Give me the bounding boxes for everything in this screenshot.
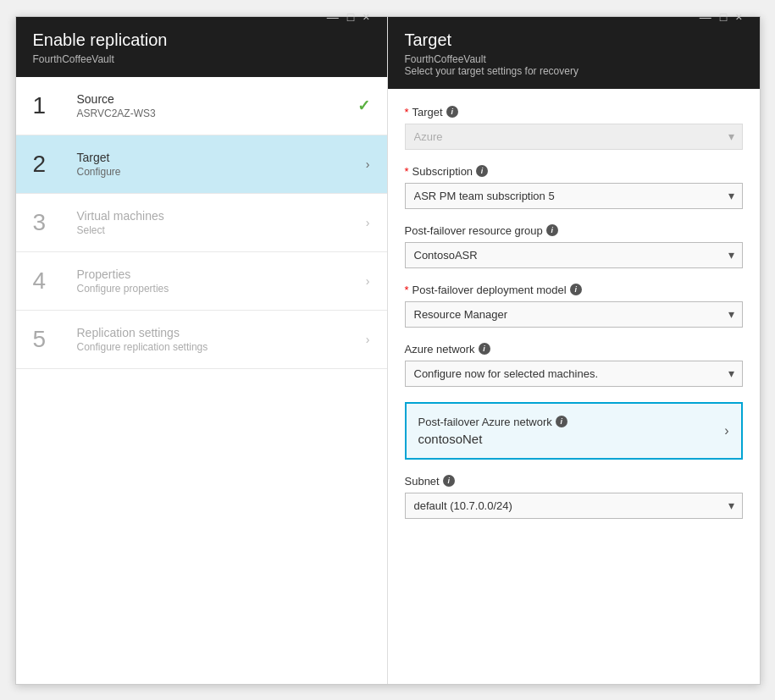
resource-group-select[interactable]: ContosoASR (405, 242, 743, 268)
left-panel: — □ × Enable replication FourthCoffeeVau… (16, 17, 388, 684)
left-close-button[interactable]: × (363, 10, 369, 24)
step-target-subtitle: Configure (77, 166, 366, 178)
step-replication-title: Replication settings (77, 326, 366, 339)
left-panel-title: Enable replication (33, 30, 370, 50)
step-properties[interactable]: 4 Properties Configure properties › (16, 252, 387, 311)
resource-group-select-wrapper: ContosoASR (405, 242, 743, 268)
step-vms[interactable]: 3 Virtual machines Select › (16, 194, 387, 252)
step-vms-arrow: › (366, 216, 370, 229)
target-select[interactable]: Azure (405, 124, 743, 150)
deployment-model-group: * Post-failover deployment model i Resou… (405, 284, 743, 328)
right-close-button[interactable]: × (735, 10, 742, 24)
post-failover-network-group: Post-failover Azure network i contosoNet… (405, 402, 743, 460)
right-panel-title: Target (405, 30, 743, 50)
step-target-arrow: › (366, 157, 370, 171)
step-properties-title: Properties (77, 267, 366, 281)
right-panel-controls: — □ × (700, 10, 743, 24)
deployment-model-label-text: Post-failover deployment model (412, 284, 567, 296)
right-maximize-button[interactable]: □ (720, 10, 727, 24)
right-panel: — □ × Target FourthCoffeeVault Select yo… (388, 17, 760, 684)
panels-container: — □ × Enable replication FourthCoffeeVau… (15, 16, 761, 685)
left-minimize-button[interactable]: — (327, 10, 339, 24)
azure-network-select-wrapper: Configure now for selected machines. (405, 361, 743, 387)
step-vms-subtitle: Select (77, 224, 366, 236)
post-failover-network-value: contosoNet (418, 432, 567, 446)
step-source[interactable]: 1 Source ASRVC2AZ-WS3 ✓ (16, 77, 387, 135)
step-replication-subtitle: Configure replication settings (77, 341, 366, 353)
step-vms-title: Virtual machines (77, 209, 366, 223)
deployment-model-select-wrapper: Resource Manager (405, 301, 743, 328)
step-target-title: Target (77, 151, 366, 164)
post-failover-network-info-icon[interactable]: i (556, 416, 567, 427)
left-panel-controls: — □ × (327, 10, 370, 24)
step-replication-arrow: › (366, 333, 370, 346)
step-properties-arrow: › (366, 274, 370, 288)
deployment-model-select[interactable]: Resource Manager (405, 301, 743, 328)
subnet-info-icon[interactable]: i (443, 475, 455, 487)
deployment-model-label: * Post-failover deployment model i (405, 284, 743, 296)
step-target-number: 2 (33, 152, 64, 176)
subnet-select[interactable]: default (10.7.0.0/24) (405, 493, 743, 519)
step-source-title: Source (77, 92, 357, 106)
step-replication[interactable]: 5 Replication settings Configure replica… (16, 311, 387, 369)
right-panel-subtitle: FourthCoffeeVault (405, 53, 743, 65)
step-source-number: 1 (33, 94, 64, 118)
subscription-label-text: Subscription (412, 165, 473, 178)
subscription-group: * Subscription i ASR PM team subscriptio… (405, 165, 743, 209)
azure-network-label: Azure network i (405, 343, 743, 356)
subscription-required-star: * (405, 165, 409, 178)
subnet-group: Subnet i default (10.7.0.0/24) (405, 475, 743, 519)
left-maximize-button[interactable]: □ (347, 10, 354, 24)
step-properties-number: 4 (33, 269, 64, 293)
left-panel-header: — □ × Enable replication FourthCoffeeVau… (16, 17, 387, 77)
left-panel-content: 1 Source ASRVC2AZ-WS3 ✓ 2 Target Configu… (16, 77, 387, 684)
step-source-checkmark: ✓ (357, 96, 370, 115)
step-target[interactable]: 2 Target Configure › (16, 135, 387, 194)
post-failover-network-label: Post-failover Azure network i (418, 416, 567, 428)
resource-group-info-icon[interactable]: i (546, 224, 558, 236)
subnet-label-text: Subnet (405, 475, 440, 488)
azure-network-info-icon[interactable]: i (479, 343, 490, 355)
azure-network-group: Azure network i Configure now for select… (405, 343, 743, 387)
target-info-icon[interactable]: i (446, 106, 458, 118)
azure-network-select[interactable]: Configure now for selected machines. (405, 361, 743, 387)
resource-group-group: Post-failover resource group i ContosoAS… (405, 224, 743, 268)
deployment-model-required-star: * (405, 284, 409, 296)
target-required-star: * (405, 106, 409, 119)
right-panel-content: * Target i Azure * Subscription i (388, 89, 760, 684)
deployment-model-info-icon[interactable]: i (570, 284, 582, 295)
target-label: * Target i (405, 106, 743, 119)
resource-group-label-text: Post-failover resource group (405, 224, 543, 237)
azure-network-label-text: Azure network (405, 343, 475, 356)
right-panel-description: Select your target settings for recovery (405, 65, 743, 77)
subnet-select-wrapper: default (10.7.0.0/24) (405, 493, 743, 519)
subscription-label: * Subscription i (405, 165, 743, 178)
subscription-select-wrapper: ASR PM team subscription 5 (405, 183, 743, 209)
resource-group-label: Post-failover resource group i (405, 224, 743, 237)
target-select-wrapper: Azure (405, 124, 743, 150)
step-properties-subtitle: Configure properties (77, 283, 366, 295)
target-label-text: Target (412, 106, 443, 119)
subscription-select[interactable]: ASR PM team subscription 5 (405, 183, 743, 209)
step-source-subtitle: ASRVC2AZ-WS3 (77, 107, 357, 119)
step-replication-number: 5 (33, 328, 64, 351)
subscription-info-icon[interactable]: i (476, 165, 488, 177)
right-minimize-button[interactable]: — (700, 10, 711, 24)
target-group: * Target i Azure (405, 106, 743, 150)
post-failover-network-item[interactable]: Post-failover Azure network i contosoNet… (405, 402, 743, 460)
right-panel-header: — □ × Target FourthCoffeeVault Select yo… (388, 17, 760, 89)
left-panel-subtitle: FourthCoffeeVault (33, 53, 370, 65)
step-vms-number: 3 (33, 211, 64, 234)
post-failover-network-arrow: › (724, 423, 728, 438)
subnet-label: Subnet i (405, 475, 743, 488)
